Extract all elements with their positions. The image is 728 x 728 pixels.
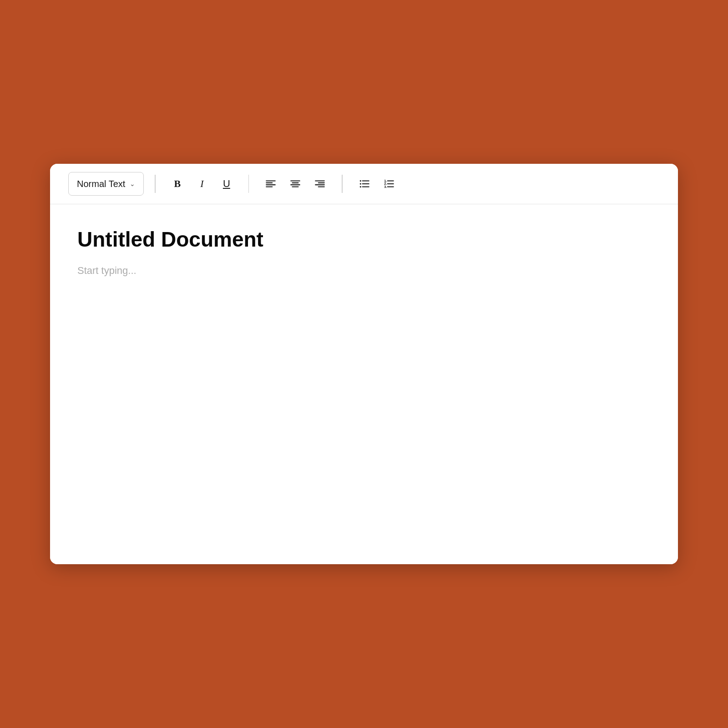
bold-button[interactable]: B [167,173,188,195]
align-center-icon [289,178,301,190]
toolbar: Normal Text ⌄ B I U [50,164,678,204]
editor-container: Normal Text ⌄ B I U [50,164,678,564]
document-placeholder[interactable]: Start typing... [77,265,651,277]
align-right-icon [314,178,326,190]
text-style-dropdown[interactable]: Normal Text ⌄ [68,172,144,196]
format-group: B I U [167,173,238,195]
align-left-button[interactable] [260,173,282,195]
divider-3 [342,175,343,193]
document-title[interactable]: Untitled Document [77,227,651,252]
align-left-icon [265,178,277,190]
alignment-group [260,173,331,195]
editor-content[interactable]: Untitled Document Start typing... [50,204,678,564]
list-group: 1. 2. 3. [354,173,400,195]
underline-button[interactable]: U [216,173,238,195]
ordered-list-button[interactable]: 1. 2. 3. [378,173,400,195]
svg-point-16 [360,186,361,187]
svg-text:3.: 3. [384,185,387,189]
italic-button[interactable]: I [191,173,213,195]
svg-point-12 [360,180,361,182]
align-right-button[interactable] [309,173,331,195]
unordered-list-icon [359,178,370,190]
align-center-button[interactable] [284,173,306,195]
svg-point-14 [360,183,361,184]
ordered-list-icon: 1. 2. 3. [383,178,395,190]
divider-1 [155,175,156,193]
divider-2 [248,175,249,193]
unordered-list-button[interactable] [354,173,375,195]
text-style-label: Normal Text [77,179,125,189]
chevron-down-icon: ⌄ [130,180,135,187]
